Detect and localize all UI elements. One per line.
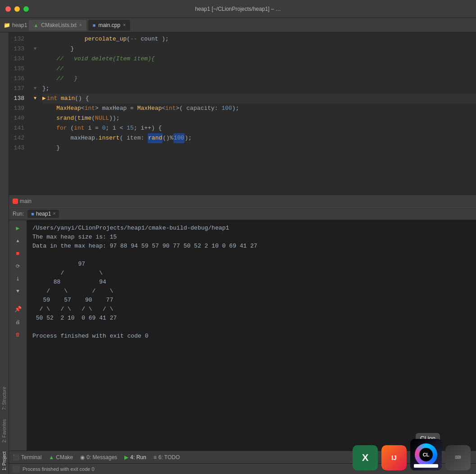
dock-icon-excel[interactable]: X (353, 445, 378, 470)
terminal-icon: ⬛ (13, 454, 19, 460)
code-line-142: maxHeap.insert( item: rand()%100); (42, 133, 476, 143)
run-toolbar-icon: ▶ (124, 454, 128, 460)
code-line-132: percolate_up(-- count ); (42, 34, 476, 44)
window-title: heap1 [~/CLionProjects/heap1] – … (195, 6, 281, 12)
ij-letter: IJ (391, 454, 397, 461)
minimize-button[interactable] (14, 6, 20, 12)
status-text: Process finished with exit code 0 (23, 466, 95, 472)
dock-icon-extra[interactable]: ⌨ (445, 445, 471, 470)
sidebar-item-favorites[interactable]: 2: Favorites (2, 419, 7, 442)
sidebar-item-project[interactable]: 1: Project (2, 451, 7, 470)
messages-label: 0: Messages (86, 454, 117, 460)
sidebar-item-structure[interactable]: 7: Structure (2, 387, 7, 410)
dock-icon-intellij[interactable]: IJ (381, 445, 407, 470)
editor-breadcrumb-main: main (20, 198, 32, 204)
code-line-140: srand(time(NULL)); (42, 113, 476, 123)
run-panel: Run: ■ heap1 × ▶ ▲ ■ ⟳ ⤓ ▼ 📌 (9, 207, 476, 474)
cl-bottom-bar (414, 464, 438, 468)
code-line-141: for (int i = 0; i < 15; i++) { (42, 123, 476, 133)
run-stop-button[interactable]: ■ (13, 248, 23, 259)
cpp-icon: ■ (93, 23, 96, 28)
toolbar-todo[interactable]: ≡ 6: TODO (154, 454, 180, 460)
run-clear-button[interactable]: 🗑 (13, 329, 23, 340)
cl-logo: CL (415, 443, 437, 466)
traffic-lights (5, 6, 29, 12)
extra-icon-symbol: ⌨ (455, 452, 461, 464)
cl-letter: CL (423, 452, 430, 457)
cl-ring: CL (415, 443, 437, 466)
run-scroll-end-button[interactable]: ⤓ (13, 273, 23, 284)
cmake-toolbar-icon: ▲ (49, 454, 54, 460)
run-tab-icon: ■ (31, 211, 34, 217)
dock: CLion X IJ CL ⌨ (347, 435, 476, 474)
close-button[interactable] (5, 6, 11, 12)
code-content: percolate_up(-- count ); } // void delet… (39, 32, 476, 194)
tab-main-close[interactable]: × (123, 23, 126, 27)
run-header: Run: ■ heap1 × (9, 208, 476, 220)
cmake-toolbar-label: CMake (56, 454, 73, 460)
line-numbers: 132 133 134 135 136 137 138 139 140 141 … (9, 32, 32, 194)
tab-cmake[interactable]: ▲ CMakeLists.txt × (29, 20, 86, 31)
cmake-icon: ▲ (33, 23, 38, 28)
status-checkbox[interactable] (13, 465, 20, 473)
code-line-139: MaxHeap<int> maxHeap = MaxHeap<int>( cap… (42, 104, 476, 113)
code-line-143: } (42, 143, 476, 153)
run-output: /Users/yanyi/CLionProjects/heap1/cmake-b… (27, 220, 476, 451)
run-tab-label: heap1 (36, 211, 51, 217)
tabs-bar: 📁 heap1 ▲ CMakeLists.txt × ■ main.cpp × (0, 18, 476, 32)
toolbar-terminal[interactable]: ⬛ Terminal (13, 454, 41, 460)
cl-inner: CL (419, 448, 433, 461)
left-sidebar-panels: 7: Structure 2: Favorites 1: Project (0, 32, 9, 474)
run-play-button[interactable]: ▶ (13, 223, 23, 234)
toolbar-messages[interactable]: ◉ 0: Messages (80, 454, 117, 460)
toolbar-run[interactable]: ▶ 4: Run (124, 454, 146, 460)
run-tab-close[interactable]: × (53, 211, 55, 216)
run-toolbar-label: 4: Run (130, 454, 146, 460)
tab-main[interactable]: ■ main.cpp × (88, 20, 130, 31)
run-print-button[interactable]: 🖨 (13, 316, 23, 327)
breadcrumb: 📁 heap1 (4, 22, 27, 28)
todo-icon: ≡ (154, 454, 157, 460)
main-layout: 7: Structure 2: Favorites 1: Project 132… (0, 32, 476, 474)
run-down-button[interactable]: ▼ (13, 286, 23, 297)
code-editor[interactable]: 132 133 134 135 136 137 138 139 140 141 … (9, 32, 476, 194)
editor-breadcrumb-bar: main (9, 194, 476, 207)
code-line-133: } (42, 44, 476, 54)
messages-icon: ◉ (80, 454, 85, 460)
run-sidebar-buttons: ▶ ▲ ■ ⟳ ⤓ ▼ 📌 🖨 🗑 (9, 220, 27, 451)
titlebar: heap1 [~/CLionProjects/heap1] – … (0, 0, 476, 18)
fullscreen-button[interactable] (23, 6, 29, 12)
tab-cmake-close[interactable]: × (79, 23, 82, 27)
tab-main-label: main.cpp (98, 22, 120, 28)
dock-icon-clion[interactable]: CL (410, 439, 442, 470)
tab-cmake-label: CMakeLists.txt (41, 22, 77, 28)
breadcrumb-folder: heap1 (12, 22, 27, 28)
code-line-138: ▶int main() { (42, 94, 476, 104)
debug-dot (13, 199, 18, 204)
ij-bg: IJ (381, 445, 407, 470)
run-rerun-button[interactable]: ⟳ (13, 261, 23, 271)
run-up-button[interactable]: ▲ (13, 235, 23, 246)
cl-bg: CL (410, 439, 442, 470)
run-tab[interactable]: ■ heap1 × (27, 210, 59, 218)
run-label: Run: (13, 211, 24, 217)
editor-area: 132 133 134 135 136 137 138 139 140 141 … (9, 32, 476, 474)
code-line-134: // void delete(Item item){ (42, 54, 476, 64)
toolbar-cmake[interactable]: ▲ CMake (49, 454, 73, 460)
terminal-label: Terminal (21, 454, 41, 460)
folder-icon: 📁 (4, 22, 10, 28)
run-content-area: ▶ ▲ ■ ⟳ ⤓ ▼ 📌 🖨 🗑 /Users/yanyi/CLionProj… (9, 220, 476, 451)
run-pin-button[interactable]: 📌 (13, 304, 23, 315)
code-line-136: // } (42, 74, 476, 84)
code-line-137: }; (42, 84, 476, 94)
excel-letter: X (362, 452, 369, 464)
fold-gutter: ▼ ▼ ▼ (32, 32, 39, 194)
code-line-135: // (42, 64, 476, 74)
todo-label: 6: TODO (159, 454, 180, 460)
